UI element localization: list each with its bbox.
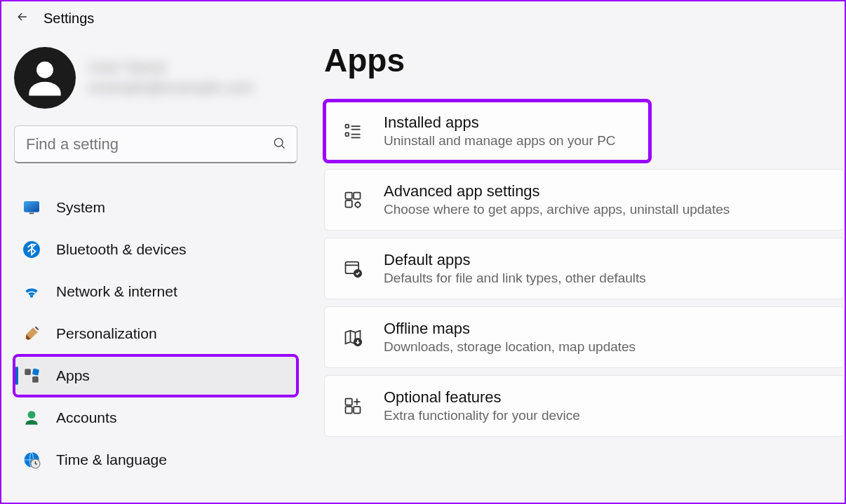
sidebar-item-label: System — [56, 199, 105, 216]
display-icon — [22, 198, 41, 217]
svg-rect-8 — [32, 368, 39, 375]
bluetooth-icon — [22, 240, 41, 259]
sidebar-item-label: Personalization — [56, 325, 157, 342]
map-download-icon — [342, 326, 364, 348]
svg-point-9 — [28, 411, 36, 418]
svg-point-1 — [274, 138, 283, 147]
profile-name: User Name — [88, 57, 254, 78]
sidebar: User Name example@example.com System Blu… — [1, 36, 310, 482]
card-installed-apps[interactable]: Installed apps Uninstall and manage apps… — [324, 100, 650, 162]
apps-icon — [22, 367, 41, 385]
svg-rect-14 — [346, 193, 352, 199]
svg-rect-7 — [32, 376, 39, 383]
card-optional-features[interactable]: Optional features Extra functionality fo… — [324, 375, 845, 437]
sidebar-item-apps[interactable]: Apps — [14, 355, 297, 396]
card-subtitle: Uninstall and manage apps on your PC — [384, 133, 616, 149]
card-subtitle: Downloads, storage location, map updates — [384, 339, 636, 355]
main-content: Apps Installed apps Uninstall and manage… — [310, 36, 845, 482]
svg-rect-13 — [346, 132, 349, 136]
profile-email: example@example.com — [88, 78, 254, 98]
grid-gear-icon — [342, 189, 364, 211]
card-title: Default apps — [384, 251, 646, 269]
card-subtitle: Choose where to get apps, archive apps, … — [384, 202, 730, 217]
sidebar-item-personalization[interactable]: Personalization — [14, 313, 297, 354]
app-title: Settings — [43, 11, 94, 27]
card-subtitle: Extra functionality for your device — [384, 408, 580, 423]
card-title: Offline maps — [384, 320, 636, 338]
grid-plus-icon — [342, 395, 364, 417]
globe-clock-icon — [22, 451, 41, 469]
window-check-icon — [342, 257, 364, 280]
card-title: Optional features — [384, 388, 580, 407]
svg-rect-3 — [24, 201, 39, 212]
paintbrush-icon — [22, 325, 41, 343]
card-offline-maps[interactable]: Offline maps Downloads, storage location… — [324, 306, 845, 368]
sidebar-item-network[interactable]: Network & internet — [14, 271, 297, 312]
svg-rect-6 — [25, 369, 31, 375]
svg-rect-21 — [346, 399, 352, 405]
avatar — [14, 47, 76, 109]
svg-rect-16 — [346, 200, 352, 207]
wifi-icon — [22, 282, 41, 301]
card-subtitle: Defaults for file and link types, other … — [384, 271, 646, 286]
sidebar-item-bluetooth[interactable]: Bluetooth & devices — [14, 229, 297, 270]
svg-rect-12 — [346, 125, 349, 128]
list-icon — [342, 120, 364, 142]
card-title: Installed apps — [384, 114, 616, 132]
sidebar-item-label: Network & internet — [56, 283, 177, 300]
user-profile[interactable]: User Name example@example.com — [14, 43, 297, 125]
card-advanced-app-settings[interactable]: Advanced app settings Choose where to ge… — [324, 169, 845, 231]
sidebar-item-label: Time & language — [56, 451, 167, 468]
sidebar-item-time[interactable]: Time & language — [14, 440, 297, 480]
card-default-apps[interactable]: Default apps Defaults for file and link … — [324, 238, 845, 299]
person-icon — [22, 409, 41, 427]
sidebar-item-label: Bluetooth & devices — [56, 241, 187, 258]
svg-rect-15 — [354, 193, 360, 199]
sidebar-item-accounts[interactable]: Accounts — [14, 397, 297, 438]
page-title: Apps — [324, 41, 845, 79]
svg-rect-23 — [354, 407, 360, 413]
search-input[interactable] — [14, 125, 297, 163]
svg-point-0 — [36, 62, 53, 79]
card-title: Advanced app settings — [384, 182, 730, 200]
back-button[interactable] — [15, 10, 29, 27]
svg-rect-4 — [29, 213, 34, 214]
sidebar-item-label: Apps — [56, 367, 90, 384]
svg-rect-22 — [346, 407, 352, 413]
sidebar-item-system[interactable]: System — [14, 187, 297, 228]
search-icon — [272, 136, 286, 153]
sidebar-item-label: Accounts — [56, 409, 116, 426]
